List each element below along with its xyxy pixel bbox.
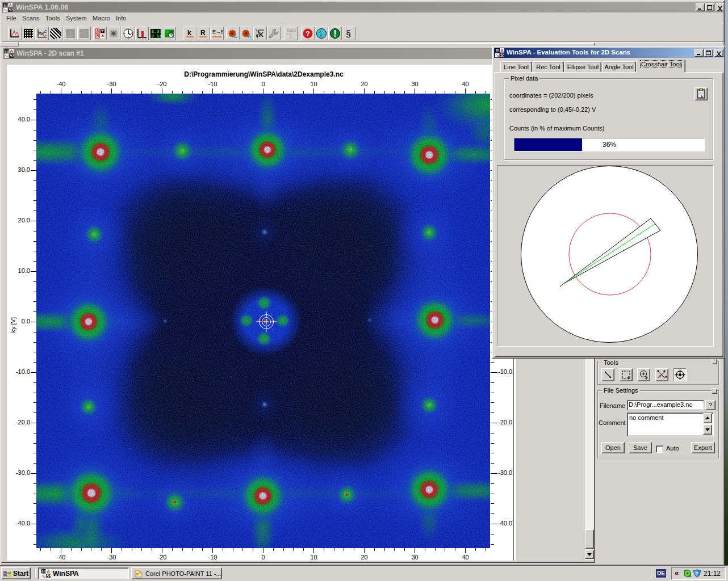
- svg-text:?: ?: [319, 30, 324, 38]
- svg-text:K: K: [259, 31, 263, 38]
- svg-text:SS: SS: [47, 573, 51, 578]
- svg-text:SS: SS: [10, 53, 14, 58]
- svg-text:SS: SS: [9, 7, 12, 12]
- svg-text:E→E': E→E': [212, 29, 223, 35]
- svg-text:Λ: Λ: [248, 33, 251, 39]
- svg-text:E: E: [234, 33, 237, 39]
- svg-text:2.56: 2.56: [152, 33, 162, 39]
- svg-text:3: 3: [255, 28, 258, 33]
- svg-text:3.: 3.: [290, 35, 292, 39]
- svg-text:R: R: [200, 29, 206, 37]
- svg-text:α: α: [659, 373, 662, 378]
- svg-text:?: ?: [306, 30, 310, 38]
- svg-text:§: §: [346, 29, 351, 39]
- svg-text:k: k: [187, 29, 191, 37]
- svg-text:?: ?: [696, 571, 699, 576]
- svg-text:SS: SS: [500, 52, 504, 57]
